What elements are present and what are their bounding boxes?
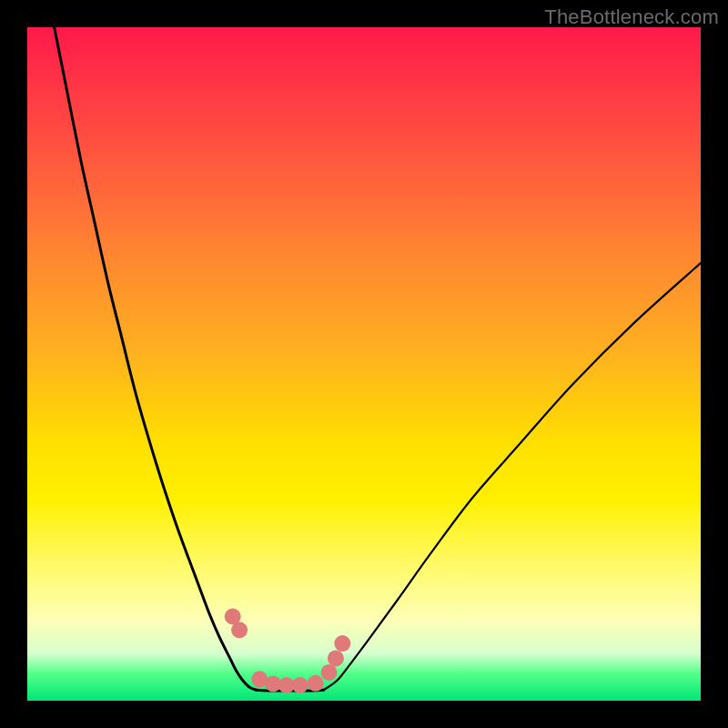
marker-dot (328, 650, 344, 666)
marker-dot (231, 622, 248, 638)
chart-frame (27, 27, 701, 701)
left-curve (55, 27, 257, 690)
right-curve (324, 263, 701, 690)
marker-dot (308, 675, 324, 692)
curve-group (55, 27, 701, 691)
watermark-label: TheBottleneck.com (544, 5, 719, 29)
bottleneck-chart (27, 27, 701, 701)
marker-dot (292, 677, 308, 693)
marker-dot (321, 664, 338, 681)
marker-dot (334, 635, 350, 652)
